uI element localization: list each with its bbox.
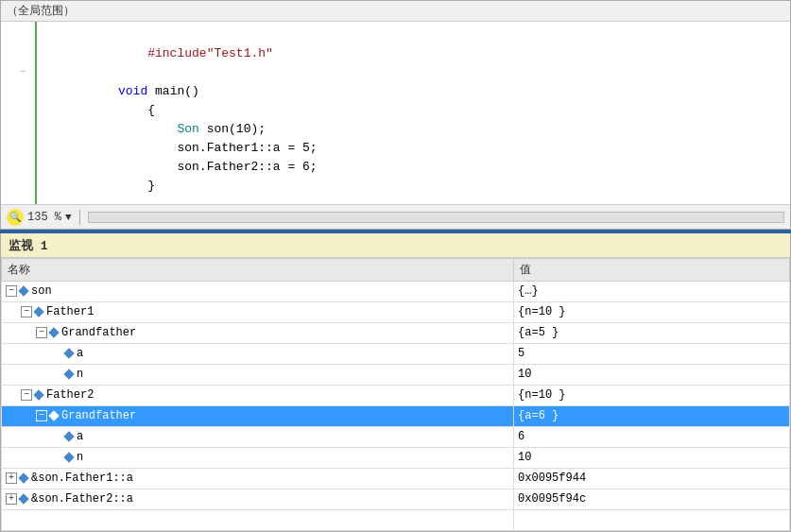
row-name-cell: +&son.Father2::a bbox=[2, 489, 514, 510]
zoom-icon: 🔍 bbox=[7, 209, 24, 226]
var-icon bbox=[48, 328, 59, 338]
col-name-header: 名称 bbox=[2, 259, 514, 282]
row-name-cell: n bbox=[2, 365, 514, 386]
table-row[interactable]: −Father2{n=10 } bbox=[2, 386, 790, 406]
line-num bbox=[1, 120, 31, 139]
var-name: &son.Father1::a bbox=[31, 472, 133, 485]
table-row[interactable]: +&son.Father1::a0x0095f944 bbox=[2, 469, 790, 489]
row-name-cell: −Grandfather bbox=[2, 406, 514, 427]
include-keyword: #include bbox=[147, 46, 206, 60]
table-row[interactable]: n10 bbox=[2, 365, 790, 386]
line-num bbox=[1, 158, 31, 177]
var-icon bbox=[63, 453, 74, 463]
var-name: a bbox=[77, 430, 83, 443]
expand-button[interactable]: − bbox=[36, 327, 47, 338]
var-value: {…} bbox=[518, 284, 539, 298]
row-name-cell: n bbox=[2, 448, 514, 469]
var-icon bbox=[18, 494, 28, 505]
table-header-row: 名称 值 bbox=[2, 259, 790, 282]
line-num bbox=[1, 26, 31, 44]
expand-button[interactable]: − bbox=[6, 285, 17, 297]
var-icon bbox=[33, 307, 43, 317]
row-name-cell: −son bbox=[2, 282, 514, 302]
row-name-cell: a bbox=[2, 427, 514, 448]
table-row[interactable]: a6 bbox=[2, 427, 790, 448]
table-row[interactable]: −Grandfather{a=6 } bbox=[2, 406, 790, 427]
watch-title: 监视 1 bbox=[9, 237, 48, 254]
expand-button[interactable]: + bbox=[6, 472, 17, 484]
expand-button[interactable]: − bbox=[21, 389, 32, 401]
code-editor: （全局范围） − #include"Test1.h" bbox=[0, 0, 791, 230]
var-name: son bbox=[31, 284, 52, 298]
var-name: a bbox=[77, 347, 83, 360]
row-value-cell: 5 bbox=[514, 344, 790, 365]
var-value: 10 bbox=[518, 451, 531, 464]
var-value: {a=5 } bbox=[518, 326, 559, 339]
table-row[interactable]: n10 bbox=[2, 448, 790, 469]
code-line-3: void main() bbox=[44, 63, 782, 82]
table-row[interactable] bbox=[2, 510, 790, 531]
var-name: Father1 bbox=[46, 305, 94, 318]
divider bbox=[79, 210, 80, 225]
row-value-cell: {a=6 } bbox=[514, 406, 790, 427]
expand-button[interactable]: + bbox=[6, 493, 17, 505]
row-value-cell: {n=10 } bbox=[514, 386, 790, 406]
row-name-cell: +&son.Father1::a bbox=[2, 469, 514, 489]
var-icon bbox=[63, 349, 74, 359]
row-name-cell bbox=[2, 510, 514, 531]
watch-panel: 监视 1 名称 值 −son{…}−Father1{n=10 }−Grandfa… bbox=[0, 233, 791, 532]
editor-toolbar: 🔍 135 % ▼ bbox=[1, 204, 790, 229]
fold-indicator[interactable]: − bbox=[1, 63, 31, 82]
horizontal-scrollbar[interactable] bbox=[88, 212, 784, 223]
var-value: {n=10 } bbox=[518, 305, 565, 318]
row-value-cell: 0x0095f944 bbox=[514, 469, 790, 489]
row-value-cell: 10 bbox=[514, 365, 790, 386]
var-icon bbox=[33, 390, 43, 401]
var-value: 0x0095f944 bbox=[518, 472, 586, 485]
scope-label: （全局范围） bbox=[7, 3, 75, 19]
row-value-cell: {n=10 } bbox=[514, 302, 790, 323]
watch-table[interactable]: 名称 值 −son{…}−Father1{n=10 }−Grandfather{… bbox=[1, 258, 790, 531]
var-icon bbox=[63, 369, 74, 380]
code-line-5: Son son(10); bbox=[44, 101, 782, 120]
code-line-1: #include"Test1.h" bbox=[44, 26, 782, 44]
expand-button[interactable]: − bbox=[21, 306, 32, 317]
void-kw: void bbox=[118, 84, 147, 98]
row-value-cell: 6 bbox=[514, 427, 790, 448]
var-icon bbox=[18, 286, 28, 297]
var-name: &son.Father2::a bbox=[31, 492, 133, 506]
var-name: Grandfather bbox=[61, 326, 136, 339]
line-num bbox=[1, 101, 31, 120]
row-value-cell: {a=5 } bbox=[514, 323, 790, 344]
zoom-value: 135 % bbox=[27, 211, 61, 224]
var-value: 10 bbox=[518, 368, 531, 381]
row-value-cell bbox=[514, 510, 790, 531]
table-row[interactable]: +&son.Father2::a0x0095f94c bbox=[2, 489, 790, 510]
table-row[interactable]: −Grandfather{a=5 } bbox=[2, 323, 790, 344]
var-value: 6 bbox=[518, 430, 524, 443]
watch-header: 监视 1 bbox=[1, 233, 790, 258]
line-num bbox=[1, 44, 31, 63]
expand-button[interactable]: − bbox=[36, 410, 47, 421]
zoom-dropdown[interactable]: ▼ bbox=[65, 212, 72, 223]
var-value: 5 bbox=[518, 347, 524, 360]
var-icon bbox=[63, 432, 74, 442]
line-num bbox=[1, 139, 31, 158]
table-row[interactable]: −Father1{n=10 } bbox=[2, 302, 790, 323]
var-value: {n=10 } bbox=[518, 388, 565, 402]
table-row[interactable]: a5 bbox=[2, 344, 790, 365]
code-content[interactable]: #include"Test1.h" void main() { Son son(… bbox=[37, 22, 790, 204]
row-name-cell: a bbox=[2, 344, 514, 365]
row-name-cell: −Father2 bbox=[2, 386, 514, 406]
row-value-cell: 0x0095f94c bbox=[514, 489, 790, 510]
var-icon bbox=[48, 411, 59, 421]
line-numbers: − bbox=[1, 22, 37, 204]
watch-data-table: 名称 值 −son{…}−Father1{n=10 }−Grandfather{… bbox=[1, 258, 790, 531]
col-value-header: 值 bbox=[514, 259, 790, 282]
row-value-cell: {…} bbox=[514, 282, 790, 302]
var-name: n bbox=[77, 451, 83, 464]
var-name: Grandfather bbox=[61, 409, 136, 422]
line-num bbox=[1, 82, 31, 101]
var-icon bbox=[18, 473, 28, 484]
table-row[interactable]: −son{…} bbox=[2, 282, 790, 302]
